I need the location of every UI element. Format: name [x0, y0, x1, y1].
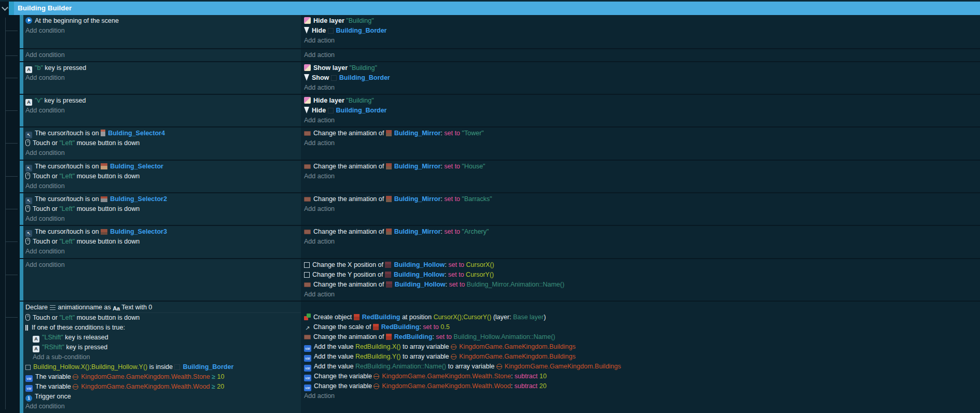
- action-line[interactable]: Change the animation of Building_Hollow:…: [304, 280, 980, 290]
- action-line[interactable]: Change the Y position of Building_Hollow…: [304, 270, 980, 280]
- add-action-button[interactable]: Add action: [304, 83, 980, 93]
- collapse-chevron-icon[interactable]: [2, 4, 8, 11]
- add-action-button[interactable]: Add action: [304, 50, 980, 60]
- add-condition-button[interactable]: Add condition: [25, 181, 301, 191]
- variable-icon: [25, 385, 33, 392]
- add-condition-button[interactable]: Add condition: [25, 214, 301, 224]
- action-line[interactable]: Hide Building_Border: [304, 26, 980, 36]
- add-action-button[interactable]: Add action: [304, 391, 980, 401]
- condition-line[interactable]: Touch or "Left" mouse button is down: [25, 237, 301, 247]
- add-condition-button[interactable]: Add condition: [25, 106, 301, 116]
- action-line[interactable]: Add the value RedBuilding.Y() to array v…: [304, 352, 980, 362]
- event-place-building[interactable]: Declare animationname as Text with 0Touc…: [20, 302, 980, 413]
- event-begin-scene[interactable]: At the beginning of the sceneAdd conditi…: [20, 15, 980, 48]
- add-condition-button[interactable]: Add condition: [25, 148, 301, 158]
- actions-column: Change the animation of Bulding_Mirror: …: [301, 127, 980, 160]
- condition-line[interactable]: Trigger once: [25, 392, 301, 402]
- add-action-label: Add action: [304, 84, 335, 91]
- condition-line[interactable]: The cursor/touch is on Bulding_Selector2: [25, 194, 301, 204]
- event-selector4[interactable]: The cursor/touch is on Bulding_Selector4…: [20, 127, 980, 160]
- action-line[interactable]: Change the animation of Bulding_Mirror: …: [304, 129, 980, 138]
- condition-line[interactable]: Touch or "Left" mouse button is down: [25, 138, 301, 148]
- add-condition-button[interactable]: Add condition: [25, 247, 301, 257]
- group-title[interactable]: Building Builder: [14, 2, 980, 15]
- add-action-label: Add action: [304, 205, 335, 212]
- action-line[interactable]: Hide Building_Border: [304, 106, 980, 116]
- text-segment: Touch or: [33, 205, 59, 212]
- event-selector3[interactable]: The cursor/touch is on Bulding_Selector3…: [20, 226, 980, 258]
- event-selector2[interactable]: The cursor/touch is on Bulding_Selector2…: [20, 193, 980, 225]
- actions-column: Change the X position of Building_Hollow…: [301, 259, 980, 301]
- add-condition-button[interactable]: Add condition: [25, 402, 301, 411]
- condition-line[interactable]: "b" key is pressed: [25, 63, 301, 73]
- condition-line[interactable]: The variable KingdomGame.GameKingdom.Wea…: [25, 382, 301, 392]
- action-line[interactable]: Change the variable KingdomGame.GameKing…: [304, 372, 980, 381]
- event-group-header[interactable]: Building Builder: [9, 2, 980, 15]
- condition-line[interactable]: "v" key is pressed: [25, 96, 301, 106]
- text-segment: Building_Border: [339, 74, 390, 81]
- event-selector[interactable]: The cursor/touch is on Bulding_SelectorT…: [20, 161, 980, 192]
- condition-line[interactable]: "LShift" key is released: [25, 333, 301, 343]
- add-action-button[interactable]: Add action: [304, 237, 980, 247]
- event-accent-bar: [20, 127, 23, 160]
- condition-line[interactable]: If one of these conditions is true:: [25, 323, 301, 333]
- add-action-button[interactable]: Add action: [304, 172, 980, 181]
- local-variable-declaration[interactable]: Declare animationname as Text with 0: [25, 303, 301, 313]
- action-line[interactable]: Change the animation of Bulding_Mirror: …: [304, 194, 980, 204]
- or-icon: [25, 325, 28, 331]
- object-thumb-red: [373, 324, 379, 330]
- text-segment: Change the animation of: [313, 333, 386, 340]
- action-line[interactable]: Change the variable KingdomGame.GameKing…: [304, 381, 980, 391]
- event-empty-1[interactable]: Add conditionAdd action: [20, 49, 980, 61]
- text-segment: The variable: [35, 383, 73, 390]
- text-segment: is inside: [147, 363, 174, 371]
- action-line[interactable]: Show layer "Building": [304, 63, 980, 73]
- text-segment: RedBuilding: [394, 333, 433, 340]
- add-action-button[interactable]: Add action: [304, 204, 980, 214]
- condition-line[interactable]: "RShift" key is pressed: [25, 343, 301, 352]
- action-line[interactable]: Add the value RedBuilding.Animation::Nam…: [304, 362, 980, 372]
- action-line[interactable]: Create object RedBuilding at position Cu…: [304, 312, 980, 322]
- text-segment: "Tower": [462, 130, 484, 137]
- condition-line[interactable]: The cursor/touch is on Bulding_Selector4: [25, 129, 301, 138]
- add-sub-condition-button[interactable]: Add a sub-condition: [25, 352, 301, 362]
- text-segment: Building_Hollow.X(): [33, 363, 89, 371]
- action-line[interactable]: Change the animation of RedBuilding: set…: [304, 332, 980, 342]
- event-hollow-follow[interactable]: Add conditionChange the X position of Bu…: [20, 259, 980, 301]
- condition-line[interactable]: Touch or "Left" mouse button is down: [25, 204, 301, 214]
- add-condition-button[interactable]: Add condition: [25, 50, 301, 60]
- action-line[interactable]: Change the X position of Building_Hollow…: [304, 260, 980, 270]
- condition-line[interactable]: The variable KingdomGame.GameKingdom.Wea…: [25, 372, 301, 382]
- text-segment: Bulding_Mirror.Animation::Name(): [467, 281, 564, 288]
- action-line[interactable]: Add the value RedBuilding.X() to array v…: [304, 342, 980, 352]
- condition-line[interactable]: Building_Hollow.X();Building_Hollow.Y() …: [25, 362, 301, 372]
- object-thumb-archery: [101, 229, 107, 235]
- action-line[interactable]: Hide layer "Building": [304, 16, 980, 26]
- event-v-key[interactable]: "v" key is pressedAdd conditionHide laye…: [20, 95, 980, 126]
- condition-line[interactable]: Touch or "Left" mouse button is down: [25, 313, 301, 323]
- action-line[interactable]: Change the animation of Bulding_Mirror: …: [304, 162, 980, 172]
- condition-line[interactable]: The cursor/touch is on Bulding_Selector3: [25, 227, 301, 237]
- action-line[interactable]: Show Building_Border: [304, 73, 980, 83]
- event-b-key[interactable]: "b" key is pressedAdd conditionShow laye…: [20, 62, 980, 94]
- add-action-button[interactable]: Add action: [304, 116, 980, 125]
- add-action-button[interactable]: Add action: [304, 138, 980, 148]
- condition-line[interactable]: The cursor/touch is on Bulding_Selector: [25, 162, 301, 172]
- add-condition-button[interactable]: Add condition: [25, 73, 301, 83]
- text-segment: at position: [400, 314, 433, 321]
- text-segment: RedBuilding: [381, 323, 420, 331]
- text-segment: Create object: [313, 314, 354, 321]
- condition-line[interactable]: Touch or "Left" mouse button is down: [25, 172, 301, 181]
- add-action-button[interactable]: Add action: [304, 290, 980, 300]
- action-line[interactable]: Hide layer "Building": [304, 96, 980, 106]
- action-line[interactable]: Change the animation of Bulding_Mirror: …: [304, 227, 980, 237]
- condition-line[interactable]: At the beginning of the scene: [25, 16, 301, 26]
- text-segment: 20: [217, 383, 224, 390]
- text-segment: "RShift": [42, 344, 64, 351]
- add-condition-button[interactable]: Add condition: [25, 260, 301, 270]
- add-condition-button[interactable]: Add condition: [25, 26, 301, 36]
- action-line[interactable]: Change the scale of RedBuilding: set to …: [304, 322, 980, 332]
- animation-icon: [304, 282, 311, 287]
- add-action-button[interactable]: Add action: [304, 36, 980, 46]
- text-segment: If one of these conditions is true:: [32, 324, 125, 331]
